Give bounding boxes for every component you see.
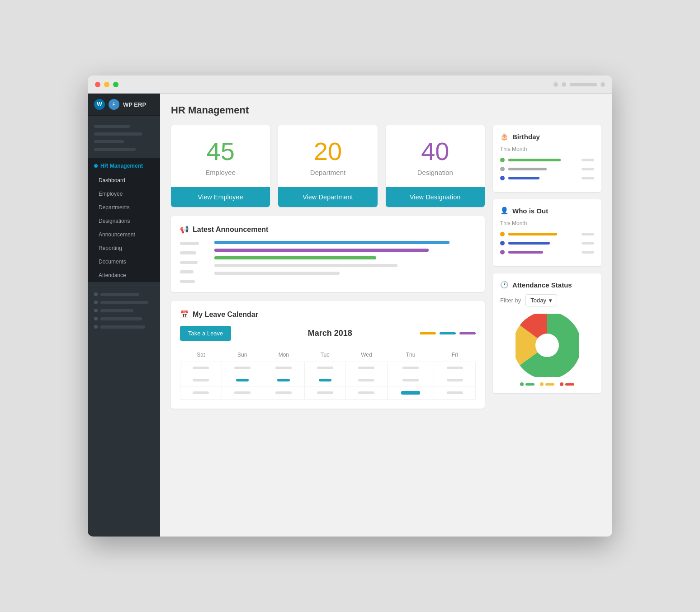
who-is-out-subtitle: This Month <box>500 220 594 226</box>
department-card: 20 Department View Department <box>278 125 377 207</box>
sidebar-line-3 <box>100 309 133 312</box>
sidebar-bottom-placeholders <box>88 286 160 336</box>
ann-left-3 <box>180 261 198 264</box>
sidebar-bottom-item-3 <box>94 309 154 312</box>
legend-absent <box>560 382 574 386</box>
filter-label: Filter by <box>500 297 521 304</box>
cal-cell <box>387 362 434 374</box>
sidebar-item-announcement[interactable]: Announcement <box>88 228 160 241</box>
ann-line-2 <box>214 249 429 252</box>
sidebar-brand: WP ERP <box>123 101 146 108</box>
close-button[interactable] <box>95 82 100 87</box>
col-sun: Sun <box>222 348 263 362</box>
employee-label: Employee <box>180 169 261 176</box>
sidebar-active-section: HR Management Dashboard Employee Departm… <box>88 158 160 282</box>
absent-dot <box>560 382 563 386</box>
who-is-out-bar-container-3 <box>508 251 578 254</box>
take-leave-button[interactable]: Take a Leave <box>180 326 231 341</box>
sidebar-placeholder-3 <box>94 140 124 143</box>
legend-pill-purple <box>459 332 476 334</box>
col-mon: Mon <box>263 348 305 362</box>
sidebar-item-attendance[interactable]: Attendance <box>88 268 160 282</box>
sidebar-item-departments[interactable]: Departments <box>88 201 160 214</box>
ann-line-1 <box>214 241 449 244</box>
maximize-button[interactable] <box>113 82 118 87</box>
sidebar-dot-5 <box>94 325 98 329</box>
ann-line-5 <box>214 272 340 275</box>
birthday-label-3 <box>582 177 594 179</box>
birthday-title: 🎂 Birthday <box>500 132 594 141</box>
view-department-button[interactable]: View Department <box>278 187 377 207</box>
who-is-out-bar-container-2 <box>508 242 578 245</box>
calendar-icon: 📅 <box>180 310 189 319</box>
announcement-right <box>214 241 476 283</box>
birthday-bar-container-3 <box>508 177 578 179</box>
who-is-out-item-1 <box>500 232 594 236</box>
birthday-item-1 <box>500 158 594 162</box>
sidebar-item-dashboard[interactable]: Dashboard <box>88 174 160 187</box>
cal-cell <box>222 374 263 386</box>
sidebar-dot-4 <box>94 317 98 320</box>
birthday-bar-container-2 <box>508 168 578 170</box>
view-designation-button[interactable]: View Designation <box>386 187 485 207</box>
cal-cell <box>434 374 476 386</box>
titlebar-circle-1 <box>553 82 558 87</box>
hr-management-label[interactable]: HR Management <box>100 163 143 169</box>
sidebar-dot-3 <box>94 309 98 312</box>
sidebar-line-2 <box>100 301 148 304</box>
svg-point-3 <box>535 334 559 357</box>
calendar-legend <box>420 332 476 334</box>
sidebar-item-designations[interactable]: Designations <box>88 214 160 228</box>
cal-cell <box>180 374 222 386</box>
cal-cell <box>387 374 434 386</box>
calendar-table: Sat Sun Mon Tue Wed Thu Fri <box>180 348 476 400</box>
birthday-dot-3 <box>500 176 505 180</box>
birthday-label-2 <box>582 168 594 170</box>
sidebar-placeholder-group-1 <box>88 120 160 158</box>
who-is-out-label-1 <box>582 233 594 235</box>
who-is-out-card: 👤 Who is Out This Month <box>493 199 601 266</box>
right-column: 🎂 Birthday This Month <box>493 125 601 409</box>
who-is-out-dot-2 <box>500 241 505 245</box>
who-is-out-item-3 <box>500 250 594 254</box>
birthday-bar-2 <box>508 168 547 170</box>
leave-header: Take a Leave March 2018 <box>180 326 476 341</box>
titlebar-pill <box>570 83 597 86</box>
filter-select[interactable]: Today ▾ <box>525 294 557 306</box>
birthday-dot-2 <box>500 167 505 171</box>
cal-cell <box>346 374 388 386</box>
who-is-out-bar-1 <box>508 233 557 235</box>
titlebar-circle-3 <box>601 82 605 87</box>
col-tue: Tue <box>304 348 346 362</box>
sidebar-item-documents[interactable]: Documents <box>88 255 160 268</box>
who-is-out-item-2 <box>500 241 594 245</box>
sidebar-bottom-item-5 <box>94 325 154 329</box>
titlebar-circle-2 <box>562 82 566 87</box>
sidebar-bottom-item-4 <box>94 317 154 320</box>
who-is-out-label-2 <box>582 242 594 245</box>
employee-count: 45 <box>180 139 261 164</box>
cal-cell <box>222 362 263 374</box>
sidebar-item-reporting[interactable]: Reporting <box>88 241 160 255</box>
sidebar-bottom-item-1 <box>94 292 154 296</box>
cal-cell <box>263 374 305 386</box>
cal-cell <box>180 362 222 374</box>
minimize-button[interactable] <box>104 82 109 87</box>
view-employee-button[interactable]: View Employee <box>171 187 270 207</box>
app-window: W E WP ERP HR Management <box>88 75 612 537</box>
designation-count: 40 <box>395 139 476 164</box>
birthday-card: 🎂 Birthday This Month <box>493 125 601 192</box>
leave-calendar-card: 📅 My Leave Calendar Take a Leave March 2… <box>171 301 485 409</box>
who-is-out-dot-1 <box>500 232 505 236</box>
content-columns: 45 Employee View Employee 20 Department … <box>171 125 601 409</box>
col-sat: Sat <box>180 348 222 362</box>
sidebar-line-1 <box>100 293 139 296</box>
main-area: 45 Employee View Employee 20 Department … <box>171 125 485 409</box>
who-is-out-label-3 <box>582 251 594 254</box>
birthday-item-2 <box>500 167 594 171</box>
sidebar-item-employee[interactable]: Employee <box>88 187 160 201</box>
wp-logo-icon: W <box>94 99 105 110</box>
legend-present <box>520 382 534 386</box>
cal-cell <box>304 386 346 400</box>
present-dot <box>520 382 524 386</box>
